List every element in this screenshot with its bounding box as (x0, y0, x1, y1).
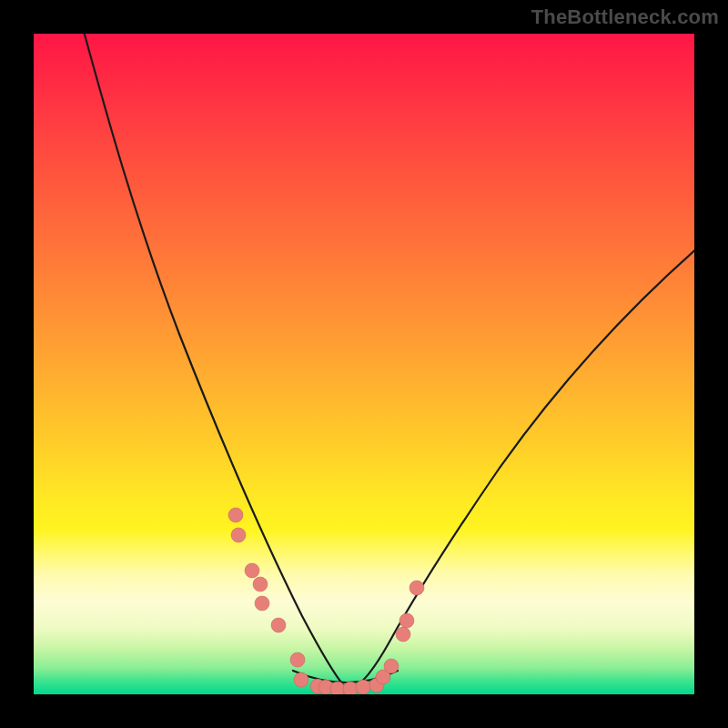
marker-dot (384, 659, 399, 673)
marker-dot (231, 528, 246, 542)
curve-layer (34, 34, 694, 694)
marker-dot (356, 680, 370, 694)
marker-dot (253, 577, 268, 592)
marker-dot (410, 581, 424, 595)
plot-area (34, 34, 694, 694)
marker-dot (290, 652, 305, 667)
marker-dot (271, 618, 286, 632)
marker-dot (245, 563, 259, 578)
marker-dot (343, 682, 358, 694)
watermark-text: TheBottleneck.com (531, 5, 719, 29)
left-curve (82, 34, 345, 687)
marker-dot (399, 613, 414, 628)
chart-stage: TheBottleneck.com (0, 0, 728, 728)
marker-dot (294, 672, 308, 687)
marker-dot (396, 627, 410, 642)
marker-group (228, 508, 424, 694)
marker-dot (330, 682, 345, 694)
marker-dot (228, 508, 243, 522)
marker-dot (255, 596, 269, 611)
